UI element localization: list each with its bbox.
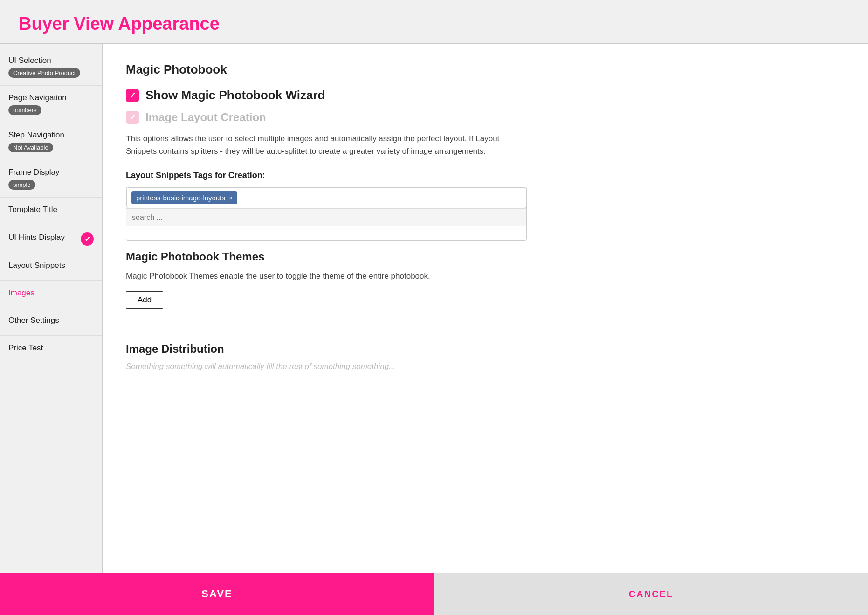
sidebar-badge-page-navigation: numbers [8,105,41,115]
show-wizard-row: Show Magic Photobook Wizard [126,88,845,102]
bottom-bar: SAVE CANCEL [0,573,868,615]
sidebar-item-page-navigation[interactable]: Page Navigation numbers [0,86,102,123]
header: Buyer View Appearance [0,0,868,43]
show-wizard-checkbox[interactable] [126,89,139,102]
sidebar-item-other-settings[interactable]: Other Settings [0,308,102,336]
sidebar-item-images[interactable]: Images [0,281,102,308]
sidebar-item-label: Step Navigation [8,130,94,140]
sidebar-item-step-navigation[interactable]: Step Navigation Not Available [0,123,102,160]
sidebar-item-label: Layout Snippets [8,261,94,270]
section-divider [126,328,845,328]
cancel-button[interactable]: CANCEL [434,573,868,615]
magic-photobook-title: Magic Photobook [126,62,845,77]
sidebar-item-label: UI Hints Display [8,233,65,242]
sidebar-item-label: UI Selection [8,56,94,65]
page-title: Buyer View Appearance [19,14,849,34]
ui-hints-check-icon [81,232,94,246]
tags-container[interactable]: printess-basic-image-layouts × [126,187,526,208]
sidebar-item-price-test[interactable]: Price Test [0,336,102,363]
content-area: Magic Photobook Show Magic Photobook Wiz… [103,44,868,615]
image-layout-row: Image Layout Creation [126,111,845,124]
magic-themes-title: Magic Photobook Themes [126,250,845,263]
sidebar-item-label: Frame Display [8,168,94,177]
sidebar: UI Selection Creative Photo Product Page… [0,44,103,615]
image-distribution-title: Image Distribution [126,342,845,355]
sidebar-item-row: UI Hints Display [8,232,94,246]
image-layout-label: Image Layout Creation [145,111,266,124]
main-content: UI Selection Creative Photo Product Page… [0,44,868,615]
tag-item: printess-basic-image-layouts × [131,191,237,204]
sidebar-badge-step-navigation: Not Available [8,143,53,152]
image-distribution-truncated: Something something will automatically f… [126,362,845,371]
page-wrapper: Buyer View Appearance UI Selection Creat… [0,0,868,615]
sidebar-item-layout-snippets[interactable]: Layout Snippets [0,253,102,281]
layout-snippets-field-label: Layout Snippets Tags for Creation: [126,171,845,180]
sidebar-badge-ui-selection: Creative Photo Product [8,68,80,78]
content-scroll: Magic Photobook Show Magic Photobook Wiz… [126,62,845,418]
magic-themes-description: Magic Photobook Themes enable the user t… [126,270,513,282]
tag-value: printess-basic-image-layouts [136,194,225,202]
sidebar-item-label: Page Navigation [8,93,94,102]
image-layout-checkbox[interactable] [126,111,139,124]
image-layout-description: This options allows the user to select m… [126,132,513,157]
sidebar-item-label-images: Images [8,288,94,298]
sidebar-item-label: Template Title [8,205,94,214]
sidebar-item-template-title[interactable]: Template Title [0,198,102,225]
sidebar-item-ui-selection[interactable]: UI Selection Creative Photo Product [0,48,102,86]
sidebar-item-label: Other Settings [8,316,94,325]
sidebar-item-frame-display[interactable]: Frame Display simple [0,160,102,198]
tags-wrapper: printess-basic-image-layouts × [126,187,527,241]
show-wizard-label: Show Magic Photobook Wizard [145,88,325,102]
sidebar-item-ui-hints-display[interactable]: UI Hints Display [0,225,102,253]
tag-remove-button[interactable]: × [229,194,233,202]
add-button[interactable]: Add [126,291,163,309]
tag-search-input[interactable] [126,208,526,226]
save-button[interactable]: SAVE [0,573,434,615]
sidebar-item-label: Price Test [8,343,94,353]
sidebar-badge-frame-display: simple [8,180,35,190]
